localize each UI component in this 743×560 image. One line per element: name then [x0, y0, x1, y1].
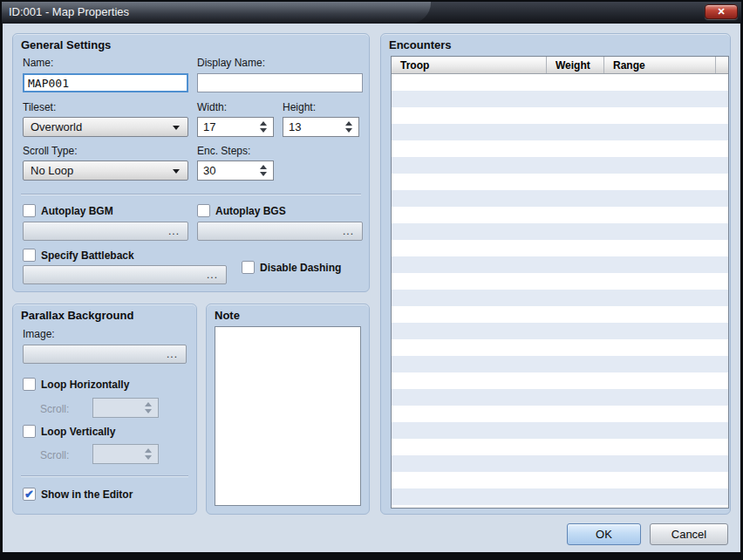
specify-battleback-label[interactable]: Specify Battleback: [41, 249, 134, 262]
battleback-file-button[interactable]: ...: [23, 265, 227, 284]
encounter-row[interactable]: [392, 240, 728, 256]
width-stepper[interactable]: 17: [197, 117, 274, 137]
width-value: 17: [203, 120, 215, 133]
enc-steps-stepper[interactable]: 30: [197, 160, 274, 181]
loop-horizontally-label[interactable]: Loop Horizontally: [41, 379, 129, 391]
loop-horizontally-checkbox[interactable]: [23, 378, 36, 391]
scroll-h-stepper: [92, 398, 159, 418]
spin-up-icon: [145, 448, 152, 453]
spin-down-icon: [145, 409, 152, 413]
spin-down-icon[interactable]: [345, 128, 352, 133]
autoplay-bgm-label[interactable]: Autoplay BGM: [41, 205, 113, 217]
encounter-row[interactable]: [392, 323, 728, 339]
encounter-row[interactable]: [392, 372, 728, 389]
parallax-background-title: Parallax Background: [21, 309, 133, 322]
scroll-type-dropdown[interactable]: No Loop: [23, 160, 188, 181]
column-header-spacer: [716, 57, 728, 73]
encounter-row[interactable]: [392, 439, 728, 455]
encounter-row[interactable]: [392, 190, 728, 207]
encounter-row[interactable]: [392, 223, 728, 240]
close-button[interactable]: ✕: [705, 4, 738, 19]
height-stepper[interactable]: 13: [283, 117, 359, 137]
name-label: Name:: [23, 57, 53, 69]
window-title: ID:001 - Map Properties: [9, 5, 129, 18]
encounter-row[interactable]: [392, 124, 728, 140]
encounter-row[interactable]: [392, 140, 728, 157]
ok-button-label: OK: [596, 528, 612, 541]
encounter-row[interactable]: [392, 157, 728, 174]
bgs-file-button[interactable]: ...: [197, 222, 363, 241]
encounters-table-header: Troop Weight Range: [392, 57, 728, 74]
title-bar[interactable]: ID:001 - Map Properties: [2, 2, 741, 24]
spin-up-icon: [145, 402, 152, 406]
encounter-row[interactable]: [392, 472, 728, 488]
encounters-title: Encounters: [389, 38, 452, 51]
encounter-row[interactable]: [392, 107, 728, 124]
autoplay-bgm-checkbox[interactable]: [23, 204, 36, 217]
tileset-value: Overworld: [31, 120, 82, 133]
loop-vertically-checkbox[interactable]: [23, 425, 36, 438]
disable-dashing-label[interactable]: Disable Dashing: [260, 262, 341, 274]
display-name-input[interactable]: [197, 73, 363, 92]
encounter-row[interactable]: [392, 455, 728, 472]
disable-dashing-checkbox[interactable]: [242, 261, 255, 274]
specify-battleback-checkbox[interactable]: [23, 249, 36, 262]
encounter-row[interactable]: [392, 306, 728, 323]
spin-up-icon[interactable]: [345, 121, 352, 126]
autoplay-bgs-label[interactable]: Autoplay BGS: [215, 205, 286, 217]
spin-down-icon[interactable]: [260, 172, 267, 176]
show-in-editor-label[interactable]: Show in the Editor: [41, 488, 133, 501]
ok-button[interactable]: OK: [567, 523, 641, 545]
encounter-row[interactable]: [392, 74, 728, 91]
encounters-table[interactable]: Troop Weight Range: [391, 56, 729, 509]
encounter-row[interactable]: [392, 389, 728, 406]
enc-steps-label: Enc. Steps:: [197, 145, 250, 157]
check-icon: ✔: [24, 488, 34, 500]
parallax-separator: [21, 475, 188, 476]
encounter-row[interactable]: [392, 273, 728, 290]
image-label: Image:: [23, 328, 55, 340]
column-header-weight: Weight: [547, 57, 604, 73]
encounter-row[interactable]: [392, 356, 728, 372]
autoplay-bgs-checkbox[interactable]: [197, 204, 210, 217]
cancel-button[interactable]: Cancel: [650, 523, 728, 545]
bgm-file-button[interactable]: ...: [23, 222, 188, 241]
encounters-table-body[interactable]: [392, 74, 728, 505]
encounter-row[interactable]: [392, 91, 728, 107]
spin-up-icon[interactable]: [260, 121, 267, 126]
column-header-range: Range: [604, 57, 716, 73]
encounter-row[interactable]: [392, 290, 728, 306]
scroll-v-label: Scroll:: [40, 449, 69, 461]
show-in-editor-checkbox[interactable]: ✔: [23, 488, 36, 501]
height-label: Height:: [283, 101, 316, 113]
encounter-row[interactable]: [392, 207, 728, 223]
width-label: Width:: [197, 101, 227, 113]
map-properties-dialog: ID:001 - Map Properties ✕ General Settin…: [0, 0, 743, 560]
ellipsis-icon: ...: [167, 348, 178, 360]
note-textarea[interactable]: [215, 326, 361, 506]
parallax-image-button[interactable]: ...: [23, 345, 187, 364]
spin-down-icon[interactable]: [260, 128, 267, 133]
chevron-down-icon: [173, 169, 180, 174]
ellipsis-icon: ...: [207, 269, 218, 281]
tileset-dropdown[interactable]: Overworld: [23, 117, 188, 137]
scroll-type-value: No Loop: [31, 164, 73, 177]
tileset-label: Tileset:: [23, 101, 56, 113]
loop-vertically-label[interactable]: Loop Vertically: [41, 426, 115, 438]
encounter-row[interactable]: [392, 422, 728, 439]
encounter-row[interactable]: [392, 256, 728, 273]
ellipsis-icon: ...: [168, 225, 180, 237]
encounter-row[interactable]: [392, 174, 728, 190]
column-header-troop: Troop: [392, 57, 547, 73]
encounter-row[interactable]: [392, 406, 728, 422]
scroll-v-stepper: [92, 444, 159, 464]
name-input[interactable]: [23, 73, 188, 92]
height-value: 13: [289, 120, 301, 133]
display-name-label: Display Name:: [197, 57, 265, 69]
spin-up-icon[interactable]: [260, 165, 267, 169]
scroll-h-label: Scroll:: [40, 403, 69, 415]
enc-steps-value: 30: [203, 164, 215, 177]
spin-down-icon: [145, 455, 152, 460]
encounter-row[interactable]: [392, 488, 728, 505]
encounter-row[interactable]: [392, 339, 728, 356]
